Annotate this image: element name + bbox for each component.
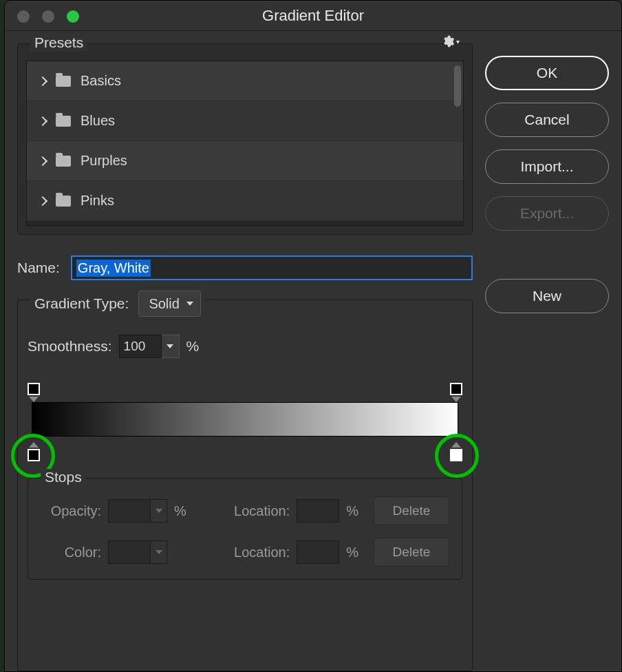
preset-folder-basics[interactable]: Basics [27, 61, 463, 101]
preset-folder-pinks[interactable]: Pinks [27, 181, 463, 221]
percent-label: % [186, 338, 200, 355]
opacity-dropdown-button[interactable] [151, 499, 167, 523]
new-button[interactable]: New [485, 279, 609, 313]
color-stop-left[interactable] [28, 449, 40, 461]
chevron-right-icon [38, 196, 47, 205]
preset-folder-purples[interactable]: Purples [27, 141, 463, 181]
location-label: Location: [234, 545, 290, 560]
traffic-lights [17, 10, 79, 23]
minimize-window-button[interactable] [42, 10, 54, 23]
opacity-label: Opacity: [41, 503, 101, 519]
percent-label: % [174, 503, 186, 519]
chevron-down-icon [186, 302, 193, 306]
location-label: Location: [234, 503, 290, 519]
preset-folder-label: Purples [81, 153, 127, 169]
gradient-editor-window: Gradient Editor Presets ▾ Basics [4, 0, 622, 672]
opacity-input[interactable] [108, 499, 151, 523]
window-title: Gradient Editor [262, 7, 364, 25]
gradient-bar[interactable] [32, 402, 458, 437]
ok-button[interactable]: OK [485, 56, 609, 90]
opacity-location-input[interactable] [297, 499, 339, 523]
import-button[interactable]: Import... [485, 149, 609, 184]
name-input-value: Gray, White [76, 260, 151, 277]
maximize-window-button[interactable] [67, 10, 79, 23]
folder-icon [56, 156, 71, 167]
close-window-button[interactable] [17, 10, 30, 23]
preset-folder-label: Basics [81, 73, 121, 89]
gradient-preview-area[interactable] [28, 379, 462, 461]
color-location-input[interactable] [297, 540, 339, 564]
delete-opacity-stop-button[interactable]: Delete [374, 496, 449, 525]
percent-label: % [346, 545, 358, 560]
chevron-down-icon [156, 509, 162, 513]
smoothness-input[interactable] [119, 335, 162, 358]
name-input[interactable]: Gray, White [71, 255, 473, 280]
smoothness-label: Smoothness: [28, 338, 112, 355]
export-button: Export... [485, 196, 609, 231]
name-label: Name: [17, 260, 60, 276]
delete-color-stop-button[interactable]: Delete [374, 538, 449, 567]
presets-menu-button[interactable]: ▾ [441, 34, 460, 48]
gradient-type-select[interactable]: Solid [138, 291, 200, 317]
smoothness-dropdown-button[interactable] [162, 335, 180, 358]
stop-pointer-icon [29, 397, 39, 402]
gradient-type-label: Gradient Type: [34, 295, 129, 312]
opacity-stop-right[interactable] [450, 383, 462, 395]
percent-label: % [346, 503, 358, 519]
chevron-down-icon [156, 550, 162, 554]
color-swatch[interactable] [108, 540, 151, 564]
chevron-right-icon [38, 156, 47, 165]
stop-pointer-icon [451, 442, 461, 448]
folder-icon [56, 116, 71, 127]
scrollbar-thumb[interactable] [454, 65, 461, 107]
folder-icon [56, 76, 71, 87]
chevron-right-icon [38, 116, 47, 125]
stop-pointer-icon [451, 397, 461, 402]
stop-pointer-icon [29, 442, 39, 448]
opacity-stop-left[interactable] [28, 383, 40, 395]
gear-icon [441, 34, 455, 48]
presets-panel: Presets ▾ Basics Blues [17, 43, 473, 235]
chevron-right-icon [38, 76, 47, 85]
preset-folder-label: Blues [81, 113, 115, 129]
stops-label: Stops [41, 469, 86, 485]
preset-folder-label: Pinks [81, 193, 114, 209]
preset-folder-blues[interactable]: Blues [27, 101, 463, 141]
gradient-settings-panel: Gradient Type: Solid Smoothness: % [17, 300, 473, 671]
presets-label: Presets [30, 34, 87, 51]
chevron-down-icon [167, 344, 173, 348]
cancel-button[interactable]: Cancel [485, 103, 609, 137]
titlebar: Gradient Editor [5, 1, 621, 31]
color-label: Color: [41, 545, 101, 560]
gradient-type-value: Solid [149, 296, 179, 312]
color-stop-right[interactable] [450, 449, 462, 461]
color-dropdown-button[interactable] [151, 540, 167, 564]
folder-icon [56, 196, 71, 207]
presets-list[interactable]: Basics Blues Purples [26, 61, 464, 226]
stops-panel: Stops Opacity: % Location: % Delete [28, 478, 462, 580]
